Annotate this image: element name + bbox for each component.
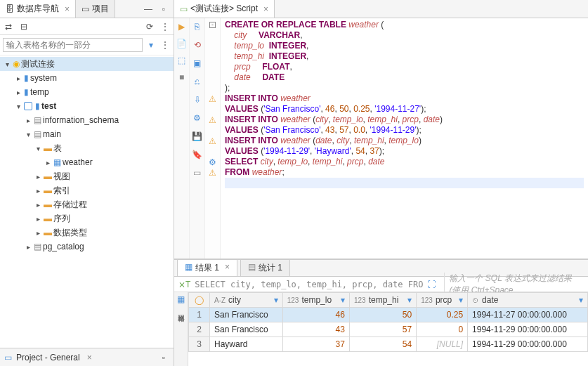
data-grid[interactable]: ◯A-Zcity▾123temp_lo▾123temp_hi▾123prcp▾⏲… — [188, 292, 588, 366]
column-header[interactable]: 123temp_hi▾ — [349, 293, 416, 308]
view-options-icon[interactable]: ▫ — [158, 352, 169, 363]
cell-templo[interactable]: 43 — [282, 322, 349, 337]
folder-sequences[interactable]: ▸▬序列 — [0, 211, 174, 226]
text-mode-icon[interactable]: ≡ — [176, 313, 187, 325]
column-header[interactable]: 123temp_lo▾ — [282, 293, 349, 308]
cell-temphi[interactable]: 50 — [349, 308, 416, 322]
folder-icon: ▬ — [44, 214, 52, 223]
schema-node-info[interactable]: ▸▤information_schema — [0, 113, 174, 127]
results-query-bar: ⨯T SELECT city, temp_lo, temp_hi, prcp, … — [174, 277, 588, 292]
node-label: information_schema — [43, 115, 119, 125]
grid-wrap: ▦ 网格 ≡ ◯A-Zcity▾123temp_lo▾123temp_hi▾12… — [174, 292, 588, 366]
filter-icon[interactable]: ▾ — [145, 39, 157, 51]
tab-script[interactable]: ▭ <测试连接> Script × — [174, 0, 275, 18]
cell-city[interactable]: San Francisco — [210, 308, 283, 322]
close-icon[interactable]: × — [225, 262, 230, 274]
folder-tables[interactable]: ▾▬表 — [0, 141, 174, 155]
refresh-icon[interactable]: ⟳ — [144, 21, 155, 32]
table-row[interactable]: 3Hayward3754[NULL]1994-11-29 00:00:00.00… — [189, 337, 588, 352]
database-icon: ▮ — [24, 87, 29, 97]
cell-date[interactable]: 1994-11-29 00:00:00.000 — [468, 337, 588, 352]
toolbar-menu-icon[interactable]: ⋮ — [159, 21, 171, 32]
row-number[interactable]: 1 — [189, 308, 210, 322]
folder-views[interactable]: ▸▬视图 — [0, 169, 174, 183]
rollback-icon[interactable]: ⟲ — [192, 39, 203, 51]
table-node-weather[interactable]: ▸▦weather — [0, 155, 174, 169]
link-icon[interactable]: ⇄ — [3, 21, 14, 32]
node-label: main — [43, 129, 61, 139]
collapse-icon[interactable]: ⊟ — [18, 21, 30, 32]
folder-indexes[interactable]: ▸▬索引 — [0, 183, 174, 197]
view-menu-icon[interactable]: ▫ — [158, 4, 169, 15]
cell-templo[interactable]: 37 — [282, 337, 349, 352]
commit-icon[interactable]: ⎘ — [192, 21, 203, 32]
schema-node-pgcatalog[interactable]: ▸▤pg_catalog — [0, 240, 174, 254]
db-node-system[interactable]: ▸▮system — [0, 71, 174, 85]
tab-db-navigator[interactable]: 🗄 数据库导航 × — [0, 0, 76, 18]
panel-icon[interactable]: ▭ — [192, 167, 203, 178]
export-icon[interactable]: ⇩ — [192, 94, 203, 105]
table-row[interactable]: 2San Francisco435701994-11-29 00:00:00.0… — [189, 322, 588, 337]
transaction-icon[interactable]: ⎌ — [192, 76, 203, 87]
execute-script-icon[interactable]: 📄 — [176, 38, 188, 49]
row-number[interactable]: 2 — [189, 322, 210, 337]
schema-node-main[interactable]: ▾▤main — [0, 127, 174, 141]
cell-prcp[interactable]: 0 — [417, 322, 468, 337]
cell-city[interactable]: Hayward — [210, 337, 283, 352]
cell-city[interactable]: San Francisco — [210, 322, 283, 337]
cell-temphi[interactable]: 57 — [349, 322, 416, 337]
right-pane: ▭ <测试连接> Script × ▶ 📄 ⬚ ■ ⎘ ⟲ ▣ ⎌ ⇩ ⚙ 💾 … — [174, 0, 588, 366]
tab-stats[interactable]: ▤ 统计 1 — [240, 259, 290, 276]
editor-tab-row: ▭ <测试连接> Script × — [174, 0, 588, 18]
cell-date[interactable]: 1994-11-29 00:00:00.000 — [468, 322, 588, 337]
node-label: 视图 — [53, 171, 70, 183]
connection-node[interactable]: ▾◉ 测试连接 — [0, 57, 174, 71]
corner-cell[interactable]: ◯ — [189, 293, 210, 308]
database-icon: ▮ — [35, 101, 40, 111]
node-label: test — [41, 101, 56, 111]
tab-project[interactable]: ▭ 项目 — [76, 0, 115, 18]
search-input[interactable] — [3, 38, 143, 52]
settings-icon[interactable]: ⚙ — [192, 112, 203, 124]
tab-results[interactable]: ▦ 结果 1 × — [177, 259, 237, 276]
bookmark-icon[interactable]: 🔖 — [192, 149, 203, 160]
connection-label: 测试连接 — [21, 58, 55, 70]
cell-date[interactable]: 1994-11-27 00:00:00.000 — [468, 308, 588, 322]
editor-side-toolbar: ⎘ ⟲ ▣ ⎌ ⇩ ⚙ 💾 🔖 ▭ — [190, 18, 205, 259]
column-header[interactable]: A-Zcity▾ — [210, 293, 283, 308]
expand-icon[interactable]: ⛶ — [427, 280, 436, 289]
cell-prcp[interactable]: 0.25 — [417, 308, 468, 322]
node-label: 表 — [53, 143, 62, 155]
db-node-test[interactable]: ▾▮test — [0, 99, 174, 113]
cell-templo[interactable]: 46 — [282, 308, 349, 322]
connection-icon: ◉ — [13, 59, 20, 69]
more-icon[interactable]: ⋮ — [159, 39, 171, 51]
column-header[interactable]: ⏲date▾ — [468, 293, 588, 308]
folder-icon: ▬ — [44, 171, 52, 181]
db-tree: ▾◉ 测试连接 ▸▮system ▸▮temp ▾▮test ▸▤informa… — [0, 55, 174, 348]
db-node-temp[interactable]: ▸▮temp — [0, 85, 174, 99]
explain-icon[interactable]: ⬚ — [176, 55, 188, 66]
bottom-project-tab[interactable]: ▭ Project - General × ▫ — [0, 348, 174, 366]
tab-label: 项目 — [92, 3, 109, 15]
column-header[interactable]: 123prcp▾ — [417, 293, 468, 308]
database-icon: ▮ — [24, 73, 29, 83]
sql-editor[interactable]: CREATE OR REPLACE TABLE weather ( city V… — [221, 18, 588, 259]
stop-icon[interactable]: ■ — [176, 72, 188, 83]
folder-procedures[interactable]: ▸▬存储过程 — [0, 197, 174, 211]
row-number[interactable]: 3 — [189, 337, 210, 352]
grid-mode-icon[interactable]: ▦ — [176, 294, 187, 305]
search-row: ▾ ⋮ — [0, 35, 174, 55]
close-icon[interactable]: × — [263, 4, 268, 14]
minimize-icon[interactable]: — — [143, 4, 154, 15]
console-icon[interactable]: ▣ — [192, 58, 203, 69]
cell-temphi[interactable]: 54 — [349, 337, 416, 352]
close-icon[interactable]: × — [87, 353, 92, 362]
execute-icon[interactable]: ▶ — [176, 21, 188, 32]
results-table: ◯A-Zcity▾123temp_lo▾123temp_hi▾123prcp▾⏲… — [188, 292, 588, 352]
folder-datatypes[interactable]: ▸▬数据类型 — [0, 226, 174, 240]
table-row[interactable]: 1San Francisco46500.251994-11-27 00:00:0… — [189, 308, 588, 322]
close-icon[interactable]: × — [65, 4, 70, 14]
save-icon[interactable]: 💾 — [192, 131, 203, 142]
cell-prcp[interactable]: [NULL] — [417, 337, 468, 352]
